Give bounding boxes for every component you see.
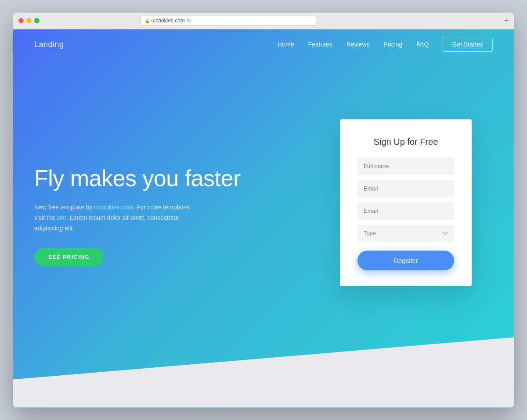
subtitle-link-uicookies[interactable]: uicookies.com [94, 204, 133, 211]
hero-section: Landing Home Features Reviews Pricing [13, 29, 514, 408]
subtitle-link-site[interactable]: site [57, 214, 66, 221]
nav-link-pricing[interactable]: Pricing [384, 41, 403, 48]
fullname-group [357, 158, 454, 175]
hero-subtitle: New free template by uicookies.com. For … [34, 202, 201, 233]
address-bar[interactable]: 🔒 uicookies.com ↻ [141, 16, 316, 25]
email-input[interactable] [357, 180, 454, 197]
url-text: uicookies.com [152, 18, 185, 24]
nav-links: Home Features Reviews Pricing FAQ [278, 40, 493, 48]
nav-link-reviews[interactable]: Reviews [347, 41, 370, 48]
email-group [357, 180, 454, 197]
dot-green[interactable] [34, 18, 40, 23]
nav-item-features[interactable]: Features [308, 40, 332, 48]
nav-link-home[interactable]: Home [278, 41, 294, 48]
nav-link-faq[interactable]: FAQ [416, 41, 429, 48]
page-content: Landing Home Features Reviews Pricing [13, 29, 514, 408]
subtitle-text: New free template by [34, 204, 94, 211]
dot-red[interactable] [18, 18, 24, 23]
lock-icon: 🔒 [144, 18, 150, 23]
see-pricing-button[interactable]: SEE PRICING [34, 248, 104, 266]
hero-title: Fly makes you faster [34, 165, 254, 192]
navbar: Landing Home Features Reviews Pricing [13, 29, 514, 60]
new-tab-button[interactable]: + [504, 17, 509, 25]
nav-item-reviews[interactable]: Reviews [347, 40, 370, 48]
register-button[interactable]: Register [357, 251, 454, 270]
browser-window: 🔒 uicookies.com ↻ + Landing Home Feature… [13, 13, 514, 408]
nav-cta-button[interactable]: Get Started [443, 37, 493, 52]
hero-text: Fly makes you faster New free template b… [34, 165, 254, 266]
signup-card: Sign Up for Free Type Personal [340, 119, 472, 286]
browser-dots [18, 18, 40, 23]
type-select[interactable]: Type Personal Business Enterprise [357, 225, 454, 242]
reload-button[interactable]: ↻ [187, 18, 191, 24]
signup-form-title: Sign Up for Free [357, 137, 454, 147]
confirm-email-input[interactable] [357, 202, 454, 219]
nav-item-faq[interactable]: FAQ [416, 40, 429, 48]
nav-item-cta[interactable]: Get Started [443, 40, 493, 48]
brand-logo[interactable]: Landing [34, 40, 64, 49]
type-group: Type Personal Business Enterprise [357, 225, 454, 242]
dot-yellow[interactable] [26, 18, 32, 23]
nav-item-pricing[interactable]: Pricing [384, 40, 403, 48]
confirm-email-group [357, 202, 454, 219]
nav-link-features[interactable]: Features [308, 41, 332, 48]
fullname-input[interactable] [357, 158, 454, 175]
hero-body: Fly makes you faster New free template b… [13, 60, 514, 408]
browser-chrome: 🔒 uicookies.com ↻ + [13, 13, 514, 29]
nav-item-home[interactable]: Home [278, 40, 294, 48]
